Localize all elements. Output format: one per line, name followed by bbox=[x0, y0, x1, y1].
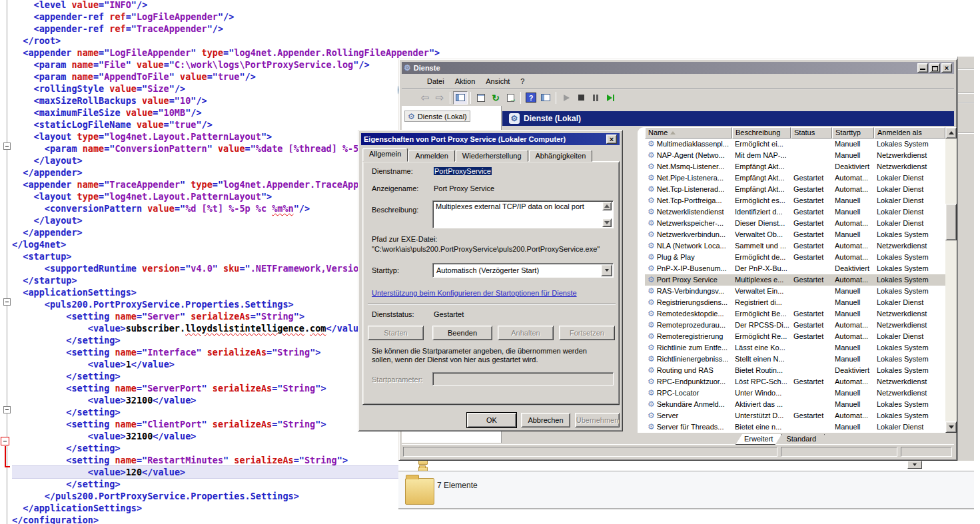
column-header-anmelden-als[interactable]: Anmelden als bbox=[874, 127, 945, 138]
anzeigename-value[interactable]: Port Proxy Service bbox=[434, 184, 494, 192]
minimize-button[interactable] bbox=[917, 63, 928, 73]
back-button[interactable]: ⇦ bbox=[418, 91, 432, 105]
fold-collapse-icon[interactable] bbox=[3, 298, 11, 306]
tab-anmelden[interactable]: Anmelden bbox=[408, 150, 455, 162]
close-button[interactable]: × bbox=[941, 63, 952, 73]
service-row[interactable]: ⚙Plug & PlayErmöglicht de...GestartetAut… bbox=[645, 252, 945, 263]
uebernehmen-button[interactable]: Übernehmen bbox=[575, 413, 620, 427]
scrollbar-thumb[interactable] bbox=[945, 204, 957, 240]
menu-item-datei[interactable]: Datei bbox=[422, 76, 450, 87]
code-line[interactable]: <maxSizeRollBackups value="10"/> bbox=[12, 95, 440, 107]
tab-allgemein[interactable]: Allgemein bbox=[362, 148, 408, 162]
code-line[interactable]: </setting> bbox=[12, 478, 440, 490]
service-row[interactable]: ⚙Routing und RASBietet Routin...Deaktivi… bbox=[645, 365, 945, 376]
service-row[interactable]: ⚙Server für Threads...Bietet eine n...Ma… bbox=[645, 421, 945, 433]
code-line[interactable]: <appender name="LogFileAppender" type="l… bbox=[12, 47, 440, 59]
code-line[interactable]: <rollingStyle value="Size"/> bbox=[12, 83, 440, 95]
service-row[interactable]: ⚙RemoteregistrierungErmöglicht Re...Gest… bbox=[645, 331, 945, 342]
code-line[interactable]: </puls200.PortProxyService.Properties.Se… bbox=[12, 490, 440, 502]
startparameter-input[interactable] bbox=[432, 372, 614, 386]
restart-service-button[interactable] bbox=[603, 91, 618, 105]
column-header-starttyp[interactable]: Starttyp bbox=[832, 127, 874, 138]
menu-item-aktion[interactable]: Aktion bbox=[450, 76, 481, 87]
startoptions-help-link[interactable]: Unterstützung beim Konfigurieren der Sta… bbox=[372, 289, 577, 297]
tab-wiederherstellung[interactable]: Wiederherstellung bbox=[456, 150, 528, 162]
forward-button[interactable]: ⇨ bbox=[432, 91, 447, 105]
beenden-button[interactable]: Beenden bbox=[432, 326, 492, 340]
code-line[interactable]: <param name="File" value="C:\work\logs\P… bbox=[12, 59, 440, 71]
service-row[interactable]: ⚙Remotedesktopdie...Ermöglicht Be...Gest… bbox=[645, 308, 945, 320]
code-line[interactable]: </setting> bbox=[12, 442, 440, 454]
vertical-scrollbar[interactable] bbox=[945, 127, 957, 433]
dialog-title-bar[interactable]: Eigenschaften von Port Proxy Service (Lo… bbox=[361, 133, 620, 145]
starten-button[interactable]: Starten bbox=[368, 326, 424, 340]
close-icon[interactable]: × bbox=[606, 134, 617, 144]
column-header-name[interactable]: Name bbox=[645, 127, 732, 138]
ok-button[interactable]: OK bbox=[467, 413, 516, 427]
column-header-status[interactable]: Status bbox=[791, 127, 832, 138]
service-row[interactable]: ⚙Remoteprozedurau...Der RPCSS-Di...Gesta… bbox=[645, 320, 945, 331]
view-tab-standard[interactable]: Standard bbox=[777, 434, 825, 445]
code-line[interactable]: <appender-ref ref="TraceAppender"/> bbox=[12, 23, 440, 35]
code-line[interactable]: <value>32100</value> bbox=[12, 430, 440, 442]
code-line[interactable]: </root> bbox=[12, 35, 440, 47]
service-row[interactable]: ⚙Net.Tcp-Listenerad...Empfängt Akt...Ges… bbox=[645, 184, 945, 195]
scroll-down-button[interactable] bbox=[945, 421, 957, 433]
code-line[interactable]: </configuration> bbox=[12, 514, 440, 524]
anhalten-button[interactable]: Anhalten bbox=[498, 326, 554, 340]
dienstname-value[interactable]: PortProxyService bbox=[434, 167, 492, 175]
help-button[interactable]: ? bbox=[524, 91, 538, 105]
fold-collapse-icon[interactable] bbox=[3, 406, 11, 413]
beschreibung-textbox[interactable]: Multiplexes external TCP/IP data on loca… bbox=[432, 200, 614, 228]
scroll-up-button[interactable] bbox=[945, 127, 957, 138]
service-row[interactable]: ⚙Sekundäre Anmeld...Aktiviert das ...Man… bbox=[645, 399, 945, 410]
code-line[interactable]: <value>120</value> bbox=[12, 466, 440, 478]
service-row[interactable]: ⚙Netzwerkverbindun...Verwaltet Ob...Gest… bbox=[645, 229, 945, 240]
export-list-button[interactable]: → bbox=[503, 91, 518, 105]
tab-abhängigkeiten[interactable]: Abhängigkeiten bbox=[529, 150, 593, 162]
code-line[interactable]: <maximumFileSize value="10MB"/> bbox=[12, 107, 440, 119]
service-row[interactable]: ⚙Net.Msmq-Listener...Empfängt Akt...Deak… bbox=[645, 161, 945, 172]
fold-collapse-icon-active[interactable] bbox=[1, 437, 9, 445]
service-row[interactable]: ⚙ServerUnterstützt D...GestartetAutomat.… bbox=[645, 410, 945, 421]
show-console-window-button[interactable] bbox=[538, 91, 553, 105]
service-row[interactable]: ⚙Net.Pipe-Listenera...Empfängt Akt...Ges… bbox=[645, 172, 945, 184]
tree-item-dienste-lokal[interactable]: ⚙ Dienste (Lokal) bbox=[404, 111, 470, 122]
service-row[interactable]: ⚙Netzwerkspeicher-...Dieser Dienst...Ges… bbox=[645, 218, 945, 229]
fold-collapse-icon[interactable] bbox=[3, 142, 11, 150]
service-row[interactable]: ⚙RPC-LocatorUnter Windo...ManuellNetzwer… bbox=[645, 388, 945, 399]
service-row[interactable]: ⚙NetzwerklistendienstIdentifiziert d...G… bbox=[645, 206, 945, 218]
view-tab-erweitert[interactable]: Erweitert bbox=[735, 434, 781, 445]
abbrechen-button[interactable]: Abbrechen bbox=[521, 413, 570, 427]
service-row[interactable]: ⚙Net.Tcp-Portfreiga...Ermöglicht es...Ge… bbox=[645, 195, 945, 206]
refresh-button[interactable]: ↻ bbox=[488, 91, 503, 105]
chevron-down-icon[interactable] bbox=[601, 264, 612, 276]
start-service-button[interactable] bbox=[559, 91, 574, 105]
service-row[interactable]: ⚙NAP-Agent (Netwo...Mit dem NAP-...Manue… bbox=[645, 150, 945, 161]
service-row[interactable]: ⚙Richtlinie zum Entfe...Lässt eine Ko...… bbox=[645, 342, 945, 354]
column-header-beschreibung[interactable]: Beschreibung bbox=[732, 127, 791, 138]
code-line[interactable]: <setting name="RestartMinutes" serialize… bbox=[12, 454, 440, 466]
properties-button[interactable] bbox=[474, 91, 488, 105]
starttyp-combobox[interactable]: Automatisch (Verzögerter Start) bbox=[432, 263, 614, 278]
scroll-down-icon[interactable] bbox=[602, 218, 612, 227]
code-line[interactable]: <staticLogFileName value="true"/> bbox=[12, 119, 440, 131]
scroll-up-icon[interactable] bbox=[602, 202, 612, 210]
service-row[interactable]: ⚙NLA (Network Loca...Sammelt und ...Gest… bbox=[645, 240, 945, 252]
service-row[interactable]: ⚙RPC-Endpunktzuor...Löst RPC-Sch...Gesta… bbox=[645, 376, 945, 388]
maximize-button[interactable] bbox=[929, 63, 940, 73]
code-line[interactable]: <appender-ref ref="LogFileAppender"/> bbox=[12, 11, 440, 23]
service-row[interactable]: ⚙PnP-X-IP-Busenum...Der PnP-X-Bu...Deakt… bbox=[645, 263, 945, 274]
code-line[interactable]: <param name="AppendToFile" value="true"/… bbox=[12, 71, 440, 83]
code-line[interactable]: <level value="INFO"/> bbox=[12, 0, 440, 11]
service-row[interactable]: ⚙Registrierungsdiens...Registriert di...… bbox=[645, 297, 945, 308]
service-row[interactable]: ⚙Port Proxy ServiceMultiplexes e...Gesta… bbox=[645, 274, 945, 286]
show-console-tree-button[interactable] bbox=[453, 91, 468, 105]
pause-service-button[interactable] bbox=[588, 91, 603, 105]
service-row[interactable]: ⚙Richtlinienergebniss...Stellt einen N..… bbox=[645, 354, 945, 365]
service-row[interactable]: ⚙Multimediaklassenpl...Ermöglicht ei...M… bbox=[645, 138, 945, 150]
menu-item-ansicht[interactable]: Ansicht bbox=[480, 76, 515, 87]
fortsetzen-button[interactable]: Fortsetzen bbox=[559, 326, 615, 340]
services-title-bar[interactable]: ⚙ Dienste × bbox=[402, 62, 954, 74]
stop-service-button[interactable] bbox=[574, 91, 588, 105]
